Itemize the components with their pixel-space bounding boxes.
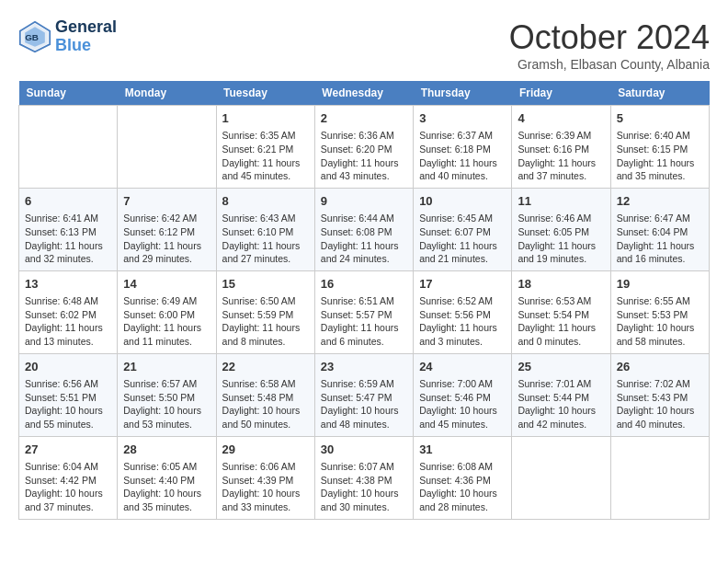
day-number: 12: [617, 193, 703, 210]
day-number: 1: [222, 110, 309, 127]
day-info: Sunrise: 6:08 AMSunset: 4:36 PMDaylight:…: [419, 460, 506, 514]
day-info: Sunrise: 6:58 AMSunset: 5:48 PMDaylight:…: [222, 377, 309, 431]
calendar-day-cell: 21Sunrise: 6:57 AMSunset: 5:50 PMDayligh…: [118, 353, 216, 436]
day-number: 21: [123, 359, 210, 375]
day-of-week-header: Wednesday: [314, 81, 413, 106]
calendar-day-cell: 15Sunrise: 6:50 AMSunset: 5:59 PMDayligh…: [216, 270, 314, 353]
calendar-day-cell: 25Sunrise: 7:01 AMSunset: 5:44 PMDayligh…: [512, 353, 610, 436]
day-info: Sunrise: 6:43 AMSunset: 6:10 PMDaylight:…: [222, 212, 309, 266]
day-number: 15: [222, 276, 309, 293]
day-number: 2: [321, 110, 407, 127]
day-number: 26: [617, 359, 703, 375]
day-info: Sunrise: 6:07 AMSunset: 4:38 PMDaylight:…: [321, 460, 407, 514]
calendar-week-row: 20Sunrise: 6:56 AMSunset: 5:51 PMDayligh…: [19, 353, 710, 436]
day-info: Sunrise: 6:59 AMSunset: 5:47 PMDaylight:…: [321, 377, 407, 431]
location: Gramsh, Elbasan County, Albania: [509, 57, 710, 72]
calendar-day-cell: 1Sunrise: 6:35 AMSunset: 6:21 PMDaylight…: [216, 106, 314, 189]
day-info: Sunrise: 6:35 AMSunset: 6:21 PMDaylight:…: [222, 129, 309, 183]
calendar-day-cell: 8Sunrise: 6:43 AMSunset: 6:10 PMDaylight…: [216, 188, 314, 270]
day-number: 22: [222, 359, 309, 375]
calendar-day-cell: 24Sunrise: 7:00 AMSunset: 5:46 PMDayligh…: [414, 353, 512, 436]
calendar-day-cell: 3Sunrise: 6:37 AMSunset: 6:18 PMDaylight…: [414, 106, 512, 189]
calendar-day-cell: 6Sunrise: 6:41 AMSunset: 6:13 PMDaylight…: [19, 188, 118, 270]
calendar-day-cell: 14Sunrise: 6:49 AMSunset: 6:00 PMDayligh…: [118, 270, 216, 353]
calendar-day-cell: 28Sunrise: 6:05 AMSunset: 4:40 PMDayligh…: [118, 436, 216, 519]
day-info: Sunrise: 6:42 AMSunset: 6:12 PMDaylight:…: [123, 212, 210, 266]
calendar-day-cell: 11Sunrise: 6:46 AMSunset: 6:05 PMDayligh…: [512, 188, 610, 270]
calendar-day-cell: 9Sunrise: 6:44 AMSunset: 6:08 PMDaylight…: [314, 188, 413, 270]
calendar-day-cell: 23Sunrise: 6:59 AMSunset: 5:47 PMDayligh…: [314, 353, 413, 436]
day-info: Sunrise: 6:50 AMSunset: 5:59 PMDaylight:…: [222, 294, 309, 349]
day-info: Sunrise: 6:45 AMSunset: 6:07 PMDaylight:…: [419, 212, 506, 266]
day-info: Sunrise: 6:46 AMSunset: 6:05 PMDaylight:…: [518, 212, 604, 266]
day-number: 30: [321, 442, 407, 458]
calendar-day-cell: [118, 106, 216, 189]
day-info: Sunrise: 6:53 AMSunset: 5:54 PMDaylight:…: [518, 294, 604, 349]
day-number: 16: [321, 276, 407, 293]
day-number: 9: [321, 193, 407, 210]
day-info: Sunrise: 6:06 AMSunset: 4:39 PMDaylight:…: [222, 460, 309, 514]
day-info: Sunrise: 6:37 AMSunset: 6:18 PMDaylight:…: [419, 129, 506, 183]
day-number: 25: [518, 359, 604, 375]
day-info: Sunrise: 6:57 AMSunset: 5:50 PMDaylight:…: [123, 377, 210, 431]
day-info: Sunrise: 7:01 AMSunset: 5:44 PMDaylight:…: [518, 377, 604, 431]
logo-text: General Blue: [55, 18, 117, 55]
calendar-week-row: 27Sunrise: 6:04 AMSunset: 4:42 PMDayligh…: [19, 436, 710, 519]
day-number: 23: [321, 359, 407, 375]
day-info: Sunrise: 6:56 AMSunset: 5:51 PMDaylight:…: [25, 377, 111, 431]
calendar-day-cell: 31Sunrise: 6:08 AMSunset: 4:36 PMDayligh…: [414, 436, 512, 519]
day-number: 28: [123, 442, 210, 458]
day-number: 19: [617, 276, 703, 293]
calendar-day-cell: 18Sunrise: 6:53 AMSunset: 5:54 PMDayligh…: [512, 270, 610, 353]
day-number: 10: [419, 193, 506, 210]
day-info: Sunrise: 7:00 AMSunset: 5:46 PMDaylight:…: [419, 377, 506, 431]
day-number: 11: [518, 193, 604, 210]
day-info: Sunrise: 6:39 AMSunset: 6:16 PMDaylight:…: [518, 129, 604, 183]
day-info: Sunrise: 6:04 AMSunset: 4:42 PMDaylight:…: [25, 460, 111, 514]
day-number: 13: [25, 276, 111, 293]
title-block: October 2024 Gramsh, Elbasan County, Alb…: [509, 18, 710, 72]
calendar-day-cell: 16Sunrise: 6:51 AMSunset: 5:57 PMDayligh…: [314, 270, 413, 353]
calendar-week-row: 1Sunrise: 6:35 AMSunset: 6:21 PMDaylight…: [19, 106, 710, 189]
day-of-week-header: Sunday: [19, 81, 118, 106]
month-title: October 2024: [509, 18, 710, 57]
day-number: 17: [419, 276, 506, 293]
calendar-body: 1Sunrise: 6:35 AMSunset: 6:21 PMDaylight…: [19, 106, 710, 520]
day-info: Sunrise: 6:47 AMSunset: 6:04 PMDaylight:…: [617, 212, 703, 266]
day-info: Sunrise: 6:40 AMSunset: 6:15 PMDaylight:…: [617, 129, 703, 183]
day-number: 5: [617, 110, 703, 127]
page-header: GB General Blue October 2024 Gramsh, Elb…: [18, 18, 710, 72]
day-number: 6: [25, 193, 111, 210]
calendar-day-cell: 5Sunrise: 6:40 AMSunset: 6:15 PMDaylight…: [610, 106, 709, 189]
calendar-day-cell: 26Sunrise: 7:02 AMSunset: 5:43 PMDayligh…: [610, 353, 709, 436]
day-number: 18: [518, 276, 604, 293]
day-of-week-header: Friday: [512, 81, 610, 106]
day-info: Sunrise: 6:44 AMSunset: 6:08 PMDaylight:…: [321, 212, 407, 266]
day-of-week-header: Thursday: [414, 81, 512, 106]
day-info: Sunrise: 6:51 AMSunset: 5:57 PMDaylight:…: [321, 294, 407, 349]
calendar-day-cell: 19Sunrise: 6:55 AMSunset: 5:53 PMDayligh…: [610, 270, 709, 353]
calendar-week-row: 13Sunrise: 6:48 AMSunset: 6:02 PMDayligh…: [19, 270, 710, 353]
calendar-day-cell: 22Sunrise: 6:58 AMSunset: 5:48 PMDayligh…: [216, 353, 314, 436]
day-of-week-header: Saturday: [610, 81, 709, 106]
calendar-day-cell: 13Sunrise: 6:48 AMSunset: 6:02 PMDayligh…: [19, 270, 118, 353]
calendar-day-cell: 10Sunrise: 6:45 AMSunset: 6:07 PMDayligh…: [414, 188, 512, 270]
day-info: Sunrise: 6:36 AMSunset: 6:20 PMDaylight:…: [321, 129, 407, 183]
calendar-day-cell: 4Sunrise: 6:39 AMSunset: 6:16 PMDaylight…: [512, 106, 610, 189]
calendar-day-cell: 2Sunrise: 6:36 AMSunset: 6:20 PMDaylight…: [314, 106, 413, 189]
calendar-day-cell: 20Sunrise: 6:56 AMSunset: 5:51 PMDayligh…: [19, 353, 118, 436]
logo-icon: GB: [18, 20, 51, 53]
logo: GB General Blue: [18, 18, 117, 55]
day-number: 3: [419, 110, 506, 127]
day-number: 20: [25, 359, 111, 375]
calendar-day-cell: 12Sunrise: 6:47 AMSunset: 6:04 PMDayligh…: [610, 188, 709, 270]
day-number: 14: [123, 276, 210, 293]
day-number: 4: [518, 110, 604, 127]
calendar-day-cell: [19, 106, 118, 189]
day-number: 29: [222, 442, 309, 458]
day-info: Sunrise: 6:05 AMSunset: 4:40 PMDaylight:…: [123, 460, 210, 514]
day-number: 27: [25, 442, 111, 458]
day-of-week-header: Tuesday: [216, 81, 314, 106]
day-info: Sunrise: 6:48 AMSunset: 6:02 PMDaylight:…: [25, 294, 111, 349]
day-info: Sunrise: 6:55 AMSunset: 5:53 PMDaylight:…: [617, 294, 703, 349]
